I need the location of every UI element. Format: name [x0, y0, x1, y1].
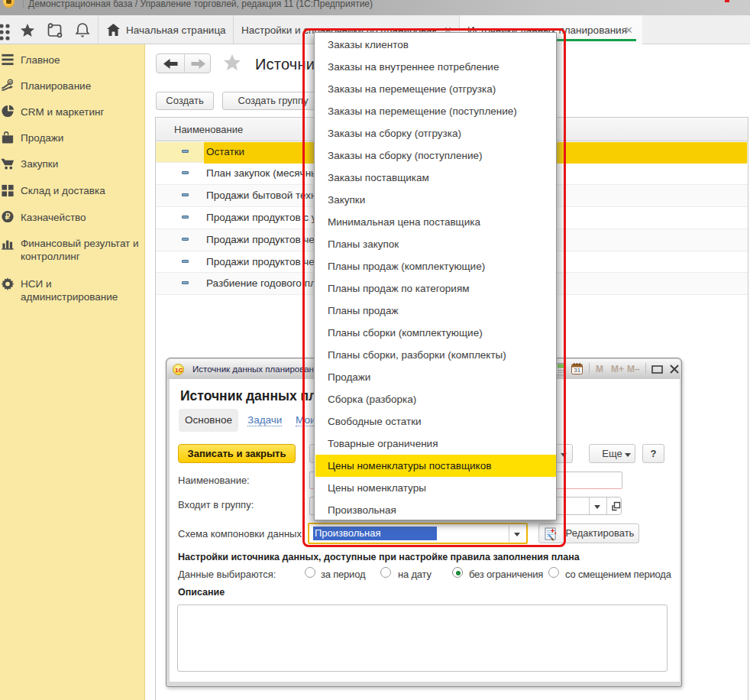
- svg-text:₽: ₽: [9, 80, 12, 85]
- svg-text:31: 31: [574, 367, 580, 374]
- svg-text:₽: ₽: [5, 212, 11, 221]
